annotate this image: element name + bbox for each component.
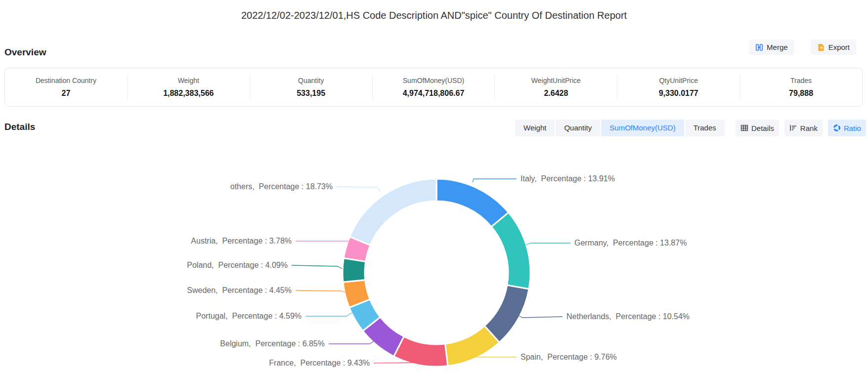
report-title: 2022/12/02-2023/12/01,HS Code Descriptio… (0, 10, 868, 21)
donut-chart: Italy, Percentage : 13.91%Germany, Perce… (0, 138, 868, 372)
stat-label: Trades (740, 77, 862, 84)
overview-heading: Overview (4, 47, 46, 58)
merge-button-label: Merge (767, 43, 788, 51)
stat-value: 533,195 (250, 89, 372, 98)
view-tab-rank[interactable]: Rank (784, 120, 823, 136)
view-tab-details-label: Details (751, 124, 774, 132)
stat-value: 2.6428 (495, 89, 617, 98)
pie-label-line-belgium (329, 341, 374, 344)
rank-icon (789, 124, 797, 132)
pie-label-germany: Germany, Percentage : 13.87% (574, 239, 687, 247)
toolbar: Merge Export (749, 40, 856, 55)
pie-label-italy: Italy, Percentage : 13.91% (521, 174, 615, 183)
stat-weight: Weight 1,882,383,566 (127, 74, 250, 100)
pie-label-portugal: Portugal, Percentage : 4.59% (196, 312, 302, 320)
table-icon (740, 124, 748, 132)
pie-label-line-netherlands (515, 314, 563, 318)
pie-label-others: others, Percentage : 18.73% (230, 182, 333, 191)
view-tab-details[interactable]: Details (736, 120, 779, 136)
pie-label-line-sweden (296, 290, 346, 292)
stat-value: 9,330.0177 (617, 89, 739, 98)
pie-label-line-germany (525, 243, 570, 245)
pie-slice-others[interactable] (350, 179, 436, 245)
overview-stats-card: Destination Country 27 Weight 1,882,383,… (4, 68, 863, 107)
stat-qty-unit-price: QtyUnitPrice 9,330.0177 (617, 74, 739, 100)
pie-label-spain: Spain, Percentage : 9.76% (521, 353, 617, 361)
export-button-label: Export (828, 43, 850, 51)
tab-trades[interactable]: Trades (685, 120, 725, 136)
stat-value: 4,974,718,806.67 (373, 89, 495, 98)
tab-quantity[interactable]: Quantity (556, 120, 600, 136)
stat-label: Weight (128, 77, 250, 84)
stat-label: SumOfMoney(USD) (373, 77, 495, 84)
export-icon (817, 43, 825, 51)
tab-weight[interactable]: Weight (515, 120, 555, 136)
view-tab-rank-label: Rank (800, 124, 818, 132)
stat-destination-country: Destination Country 27 (5, 74, 127, 100)
pie-label-france: France, Percentage : 9.43% (269, 359, 370, 367)
stat-label: Quantity (250, 77, 372, 84)
view-tab-ratio-label: Ratio (844, 124, 861, 132)
pie-label-line-poland (292, 265, 342, 269)
pie-slice-germany[interactable] (491, 212, 530, 289)
pie-label-poland: Poland, Percentage : 4.09% (187, 261, 288, 269)
stat-weight-unit-price: WeightUnitPrice 2.6428 (494, 74, 617, 100)
stat-value: 27 (5, 89, 127, 98)
view-tab-ratio[interactable]: Ratio (828, 120, 866, 136)
merge-icon (755, 43, 763, 51)
stat-sum-of-money: SumOfMoney(USD) 4,974,718,806.67 (372, 74, 495, 100)
pie-label-line-italy (473, 179, 517, 182)
stat-value: 1,882,383,566 (128, 89, 250, 98)
stat-label: WeightUnitPrice (495, 77, 617, 84)
details-heading: Details (4, 122, 35, 132)
merge-button[interactable]: Merge (749, 40, 794, 55)
pie-slice-italy[interactable] (436, 179, 509, 227)
stat-quantity: Quantity 533,195 (250, 74, 372, 100)
stat-label: QtyUnitPrice (617, 77, 739, 84)
ratio-icon (833, 124, 841, 132)
stat-trades: Trades 79,888 (739, 74, 862, 100)
pie-label-line-austria (296, 241, 353, 243)
pie-label-line-portugal (305, 313, 352, 316)
pie-label-belgium: Belgium, Percentage : 6.85% (220, 339, 325, 348)
pie-label-line-others (337, 187, 381, 192)
metric-tabs: Weight Quantity SumOfMoney(USD) Trades (515, 120, 725, 136)
pie-label-sweden: Sweden, Percentage : 4.45% (187, 286, 292, 294)
stat-label: Destination Country (5, 77, 127, 84)
pie-label-netherlands: Netherlands, Percentage : 10.54% (566, 312, 690, 321)
view-tabs: Details Rank Ratio (736, 120, 866, 136)
tab-sum-of-money[interactable]: SumOfMoney(USD) (601, 120, 684, 136)
export-button[interactable]: Export (811, 40, 856, 55)
stat-value: 79,888 (740, 89, 862, 98)
pie-label-austria: Austria, Percentage : 3.78% (191, 237, 292, 245)
